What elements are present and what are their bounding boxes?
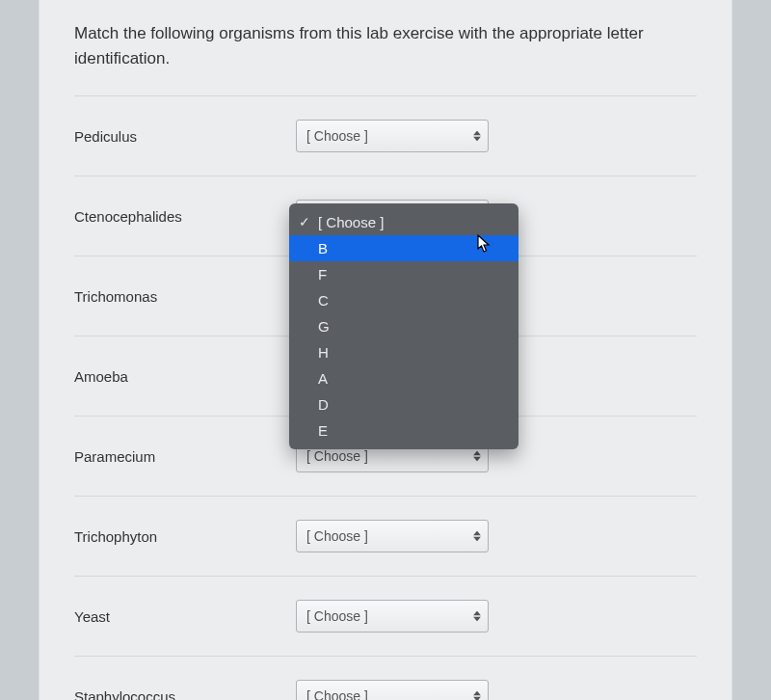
updown-caret-icon: [473, 451, 481, 462]
svg-marker-15: [473, 697, 481, 701]
svg-marker-11: [473, 537, 481, 542]
svg-marker-10: [473, 531, 481, 536]
select-placeholder: [ Choose ]: [306, 128, 368, 144]
question-text: Match the following organisms from this …: [74, 21, 697, 70]
svg-marker-9: [473, 457, 481, 462]
organism-label: Trichophyton: [74, 528, 296, 545]
match-row-pediculus: Pediculus [ Choose ]: [74, 95, 697, 175]
svg-marker-13: [473, 617, 481, 622]
match-row-staphylococcus: Staphylococcus [ Choose ]: [74, 656, 697, 700]
organism-label: Staphylococcus: [74, 688, 296, 701]
updown-caret-icon: [473, 131, 481, 142]
select-trichophyton[interactable]: [ Choose ]: [296, 520, 489, 552]
organism-label: Trichomonas: [74, 288, 296, 305]
svg-marker-0: [473, 131, 481, 136]
organism-label: Ctenocephalides: [74, 208, 296, 225]
match-row-yeast: Yeast [ Choose ]: [74, 576, 697, 656]
select-yeast[interactable]: [ Choose ]: [296, 600, 489, 633]
svg-marker-1: [473, 137, 481, 142]
svg-marker-8: [473, 451, 481, 456]
organism-label: Yeast: [74, 608, 296, 625]
updown-caret-icon: [473, 611, 481, 622]
select-staphylococcus[interactable]: [ Choose ]: [296, 680, 489, 700]
dropdown-option-g[interactable]: G: [289, 313, 518, 339]
select-placeholder: [ Choose ]: [306, 608, 368, 624]
svg-marker-14: [473, 691, 481, 696]
match-row-trichophyton: Trichophyton [ Choose ]: [74, 496, 697, 576]
dropdown-option-e[interactable]: E: [289, 417, 518, 444]
select-pediculus[interactable]: [ Choose ]: [296, 120, 489, 152]
dropdown-option-c[interactable]: C: [289, 287, 518, 313]
organism-label: Pediculus: [74, 128, 296, 145]
dropdown-menu: [ Choose ] B F C G H A D E: [289, 203, 518, 449]
svg-marker-12: [473, 611, 481, 616]
select-placeholder: [ Choose ]: [306, 528, 368, 544]
updown-caret-icon: [473, 531, 481, 542]
select-placeholder: [ Choose ]: [306, 688, 368, 700]
dropdown-option-f[interactable]: F: [289, 261, 518, 287]
dropdown-option-b[interactable]: B: [289, 235, 518, 261]
dropdown-option-h[interactable]: H: [289, 339, 518, 365]
dropdown-option-d[interactable]: D: [289, 391, 518, 417]
question-card: Match the following organisms from this …: [39, 0, 732, 700]
organism-label: Amoeba: [74, 368, 296, 385]
updown-caret-icon: [473, 691, 481, 701]
dropdown-option-choose[interactable]: [ Choose ]: [289, 209, 518, 235]
matching-rows: Pediculus [ Choose ] Ctenocephalides [ C…: [74, 95, 697, 700]
dropdown-option-a[interactable]: A: [289, 365, 518, 391]
select-placeholder: [ Choose ]: [306, 448, 368, 464]
organism-label: Paramecium: [74, 448, 296, 465]
